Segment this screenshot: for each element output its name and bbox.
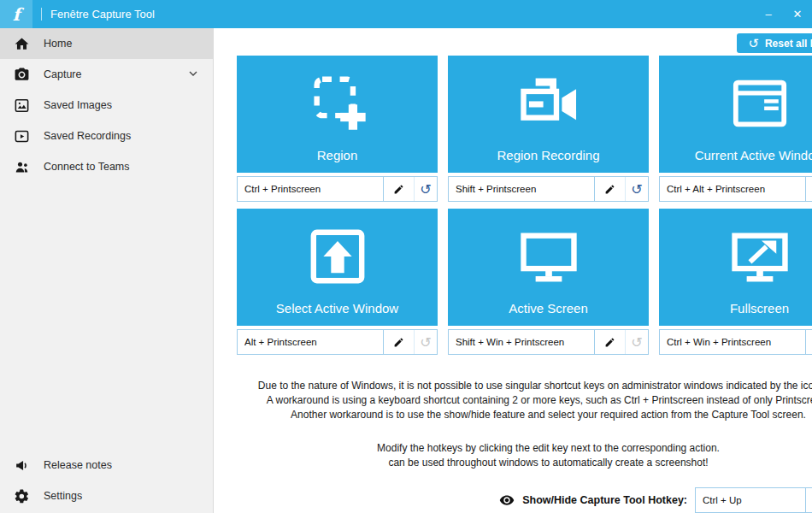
- sidebar-item-label: Home: [44, 38, 72, 50]
- fullscreen-edit-button[interactable]: [805, 330, 812, 354]
- region-hotkey-input[interactable]: [238, 177, 383, 201]
- capture-cell-active-screen: Active Screen ↺: [448, 209, 649, 355]
- capture-cell-region-recording: Region Recording ↺: [448, 56, 649, 202]
- region-recording-icon: [448, 56, 649, 148]
- eye-icon: [499, 492, 515, 508]
- app-logo-icon: f: [0, 0, 32, 28]
- main-content: ↺ Reset all hotkeys Region: [214, 28, 812, 513]
- showhide-hotkey-control: ↺: [695, 487, 812, 513]
- tile-label: Select Active Window: [237, 301, 438, 326]
- close-button[interactable]: ✕: [783, 0, 812, 28]
- region-recording-edit-button[interactable]: [594, 177, 625, 201]
- sidebar-item-settings[interactable]: Settings: [0, 481, 213, 511]
- capture-cell-current-active-window: Current Active Window ↺: [659, 56, 812, 202]
- note-line: can be used throughout windows to automa…: [237, 456, 812, 470]
- reset-icon: ↺: [420, 334, 431, 351]
- reset-icon: ↺: [631, 334, 642, 351]
- current-active-window-edit-button[interactable]: [805, 177, 812, 201]
- hotkey-row-region-recording: ↺: [448, 176, 649, 202]
- tile-active-screen[interactable]: Active Screen: [448, 209, 649, 326]
- active-screen-reset-button[interactable]: ↺: [625, 330, 648, 354]
- showhide-hotkey-row: Show/Hide Capture Tool Hotkey: ↺: [237, 487, 812, 513]
- home-icon: [13, 35, 30, 52]
- sidebar-item-saved-images[interactable]: Saved Images: [0, 90, 213, 121]
- current-active-window-icon: [659, 56, 812, 148]
- sidebar-item-connect-to-teams[interactable]: Connect to Teams: [0, 151, 213, 182]
- tile-label: Current Active Window: [659, 148, 812, 173]
- fullscreen-hotkey-input[interactable]: [660, 330, 805, 354]
- tile-select-active-window[interactable]: Select Active Window: [237, 209, 438, 326]
- hotkey-row-select-active-window: ↺: [237, 329, 438, 355]
- images-icon: [13, 97, 30, 114]
- recordings-icon: [13, 127, 30, 144]
- note-line: Another workaround is to use the show/hi…: [237, 408, 812, 422]
- pencil-icon: [604, 337, 615, 348]
- capture-tiles-grid: Region ↺ Region Recording: [237, 56, 812, 355]
- sidebar-item-capture[interactable]: Capture: [0, 59, 213, 90]
- hotkey-row-region: ↺: [237, 176, 438, 202]
- note-line: A workaround is using a keyboard shortcu…: [237, 393, 812, 408]
- capture-cell-region: Region ↺: [237, 56, 438, 202]
- title-separator: [41, 8, 42, 21]
- tile-fullscreen[interactable]: Fullscreen: [659, 209, 812, 326]
- hotkey-row-current-active-window: ↺: [659, 176, 812, 202]
- tile-label: Active Screen: [448, 301, 649, 326]
- sidebar-item-home[interactable]: Home: [0, 28, 213, 59]
- pencil-icon: [393, 184, 404, 195]
- chevron-down-icon: [186, 67, 200, 83]
- showhide-hotkey-input[interactable]: [696, 488, 805, 512]
- region-edit-button[interactable]: [383, 177, 414, 201]
- reset-all-label: Reset all hotkeys: [765, 38, 812, 50]
- window-title: Fenêtre Capture Tool: [50, 8, 155, 21]
- sidebar-item-saved-recordings[interactable]: Saved Recordings: [0, 121, 213, 151]
- minimize-button[interactable]: –: [754, 0, 783, 28]
- select-active-window-edit-button[interactable]: [383, 330, 414, 354]
- tile-label: Region: [237, 148, 438, 173]
- region-icon: [237, 56, 438, 148]
- pencil-icon: [604, 184, 615, 195]
- region-recording-hotkey-input[interactable]: [449, 177, 594, 201]
- sidebar-item-label: Connect to Teams: [44, 161, 130, 173]
- region-reset-button[interactable]: ↺: [414, 177, 437, 201]
- reset-icon: ↺: [420, 181, 431, 198]
- reset-all-hotkeys-button[interactable]: ↺ Reset all hotkeys: [737, 33, 812, 53]
- pencil-icon: [393, 337, 404, 348]
- showhide-edit-button[interactable]: [805, 488, 812, 512]
- sidebar-item-label: Saved Recordings: [44, 130, 131, 142]
- sidebar-item-label: Release notes: [44, 459, 112, 471]
- note-line: Due to the nature of Windows, it is not …: [237, 379, 812, 393]
- titlebar: f Fenêtre Capture Tool – ✕: [0, 0, 812, 28]
- tile-current-active-window[interactable]: Current Active Window: [659, 56, 812, 173]
- region-recording-reset-button[interactable]: ↺: [625, 177, 648, 201]
- app-window: f Fenêtre Capture Tool – ✕ Home Capture: [0, 0, 812, 513]
- sidebar-item-release-notes[interactable]: Release notes: [0, 450, 213, 481]
- select-active-window-reset-button[interactable]: ↺: [414, 330, 437, 354]
- modify-notes: Modify the hotkeys by clicking the edit …: [237, 441, 812, 470]
- active-screen-hotkey-input[interactable]: [449, 330, 594, 354]
- megaphone-icon: [13, 457, 30, 474]
- active-screen-icon: [448, 209, 649, 301]
- tile-region[interactable]: Region: [237, 56, 438, 173]
- teams-icon: [13, 158, 30, 175]
- sidebar-item-label: Saved Images: [44, 99, 112, 111]
- gear-icon: [13, 487, 30, 504]
- sidebar: Home Capture Saved Images: [0, 28, 214, 513]
- tile-label: Fullscreen: [659, 301, 812, 326]
- capture-cell-select-active-window: Select Active Window ↺: [237, 209, 438, 355]
- tile-region-recording[interactable]: Region Recording: [448, 56, 649, 173]
- hotkey-row-active-screen: ↺: [448, 329, 649, 355]
- tile-label: Region Recording: [448, 148, 649, 173]
- current-active-window-hotkey-input[interactable]: [660, 177, 805, 201]
- window-controls: – ✕: [754, 0, 812, 28]
- note-line: Modify the hotkeys by clicking the edit …: [237, 441, 812, 456]
- showhide-label: Show/Hide Capture Tool Hotkey:: [522, 494, 687, 506]
- hotkey-row-fullscreen: ↺: [659, 329, 812, 355]
- camera-icon: [13, 66, 30, 83]
- reset-icon: ↺: [748, 37, 759, 50]
- select-active-window-hotkey-input[interactable]: [238, 330, 383, 354]
- fullscreen-icon: [659, 209, 812, 301]
- reset-icon: ↺: [631, 181, 642, 198]
- sidebar-item-label: Settings: [44, 490, 82, 502]
- select-active-window-icon: [237, 209, 438, 301]
- active-screen-edit-button[interactable]: [594, 330, 625, 354]
